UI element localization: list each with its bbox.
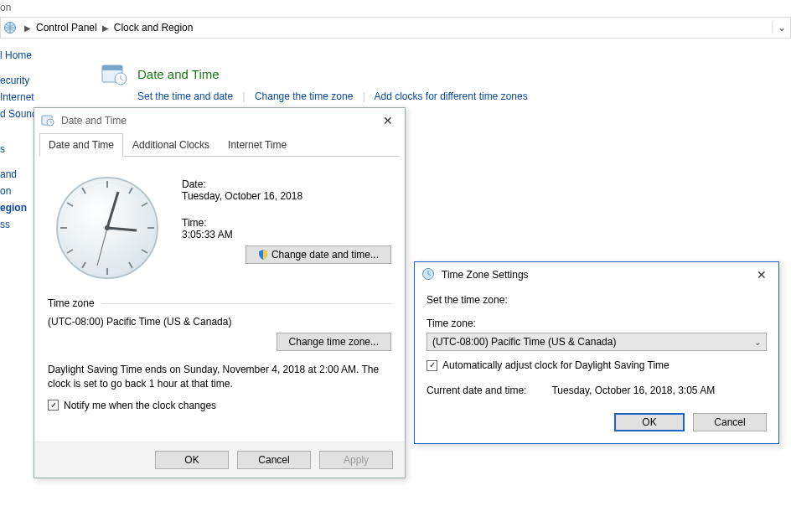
notify-label: Notify me when the clock changes bbox=[64, 400, 216, 411]
close-button[interactable]: ✕ bbox=[378, 111, 398, 131]
current-dt-label: Current date and time: bbox=[427, 385, 526, 396]
clock-region-icon bbox=[101, 60, 127, 87]
section-links: Set the time and date | Change the time … bbox=[137, 90, 528, 102]
chevron-right-icon: ▶ bbox=[24, 23, 31, 33]
time-zone-settings-dialog: Time Zone Settings ✕ Set the time zone: … bbox=[414, 261, 779, 444]
datetime-icon bbox=[41, 113, 56, 128]
set-tz-label: Set the time zone: bbox=[427, 294, 767, 306]
chevron-down-icon: ⌄ bbox=[754, 338, 761, 347]
time-label: Time: bbox=[182, 217, 391, 229]
date-label: Date: bbox=[182, 178, 391, 190]
address-dropdown[interactable]: ⌄ bbox=[772, 22, 790, 34]
breadcrumb-root[interactable]: Control Panel bbox=[36, 22, 97, 34]
shield-icon bbox=[258, 250, 268, 260]
link-set-time-date[interactable]: Set the time and date bbox=[137, 90, 233, 102]
svg-rect-2 bbox=[102, 65, 122, 70]
analog-clock bbox=[53, 173, 162, 282]
cancel-button[interactable]: Cancel bbox=[237, 451, 311, 469]
ok-button[interactable]: OK bbox=[614, 413, 685, 431]
time-value: 3:05:33 AM bbox=[182, 229, 391, 240]
timezone-selected: (UTC-08:00) Pacific Time (US & Canada) bbox=[432, 336, 616, 348]
dialog-titlebar[interactable]: Date and Time ✕ bbox=[34, 108, 405, 133]
tab-date-time[interactable]: Date and Time bbox=[39, 133, 123, 157]
tz-field-label: Time zone: bbox=[427, 318, 767, 329]
ok-button[interactable]: OK bbox=[155, 451, 229, 469]
section-title[interactable]: Date and Time bbox=[137, 67, 220, 81]
auto-dst-checkbox[interactable]: ✓ bbox=[427, 360, 437, 371]
cancel-button[interactable]: Cancel bbox=[693, 413, 767, 431]
dst-info: Daylight Saving Time ends on Sunday, Nov… bbox=[48, 363, 391, 391]
notify-checkbox[interactable]: ✓ bbox=[48, 400, 59, 411]
dialog-title: Date and Time bbox=[61, 115, 127, 127]
link-change-time-zone[interactable]: Change the time zone bbox=[255, 90, 353, 102]
svg-point-23 bbox=[105, 225, 110, 230]
close-button[interactable]: ✕ bbox=[752, 265, 772, 285]
date-value: Tuesday, October 16, 2018 bbox=[182, 190, 391, 202]
current-dt-value: Tuesday, October 16, 2018, 3:05 AM bbox=[551, 385, 715, 396]
tab-internet-time[interactable]: Internet Time bbox=[219, 133, 296, 156]
nav-item[interactable]: ecurity bbox=[0, 72, 49, 89]
change-date-time-button[interactable]: Change date and time... bbox=[246, 245, 391, 264]
nav-item[interactable]: Internet bbox=[0, 89, 49, 106]
dialog-footer: OK Cancel Apply bbox=[34, 442, 405, 478]
change-time-zone-button[interactable]: Change time zone... bbox=[277, 333, 391, 351]
breadcrumb-current[interactable]: Clock and Region bbox=[114, 22, 194, 34]
timezone-dropdown[interactable]: (UTC-08:00) Pacific Time (US & Canada) ⌄ bbox=[427, 333, 767, 351]
apply-button: Apply bbox=[319, 451, 393, 469]
address-bar[interactable]: ▶ Control Panel ▶ Clock and Region ⌄ bbox=[0, 17, 791, 39]
globe-icon bbox=[1, 21, 19, 34]
dialog-titlebar[interactable]: Time Zone Settings ✕ bbox=[415, 262, 778, 287]
dialog-footer: OK Cancel bbox=[415, 401, 778, 443]
dialog-title: Time Zone Settings bbox=[442, 269, 529, 281]
chevron-right-icon: ▶ bbox=[102, 23, 109, 33]
tabstrip: Date and Time Additional Clocks Internet… bbox=[39, 133, 400, 157]
date-time-dialog: Date and Time ✕ Date and Time Additional… bbox=[34, 107, 406, 478]
tab-additional-clocks[interactable]: Additional Clocks bbox=[123, 133, 219, 156]
parent-title-fragment: on bbox=[0, 0, 791, 17]
main-content: Date and Time Set the time and date | Ch… bbox=[101, 60, 528, 102]
timezone-heading: Time zone bbox=[48, 297, 95, 309]
link-add-clocks[interactable]: Add clocks for different time zones bbox=[374, 90, 527, 102]
timezone-icon bbox=[421, 267, 437, 282]
breadcrumb[interactable]: ▶ Control Panel ▶ Clock and Region bbox=[19, 22, 198, 34]
auto-dst-label: Automatically adjust clock for Daylight … bbox=[442, 359, 670, 371]
timezone-value: (UTC-08:00) Pacific Time (US & Canada) bbox=[48, 316, 391, 328]
nav-home[interactable]: l Home bbox=[0, 47, 49, 64]
